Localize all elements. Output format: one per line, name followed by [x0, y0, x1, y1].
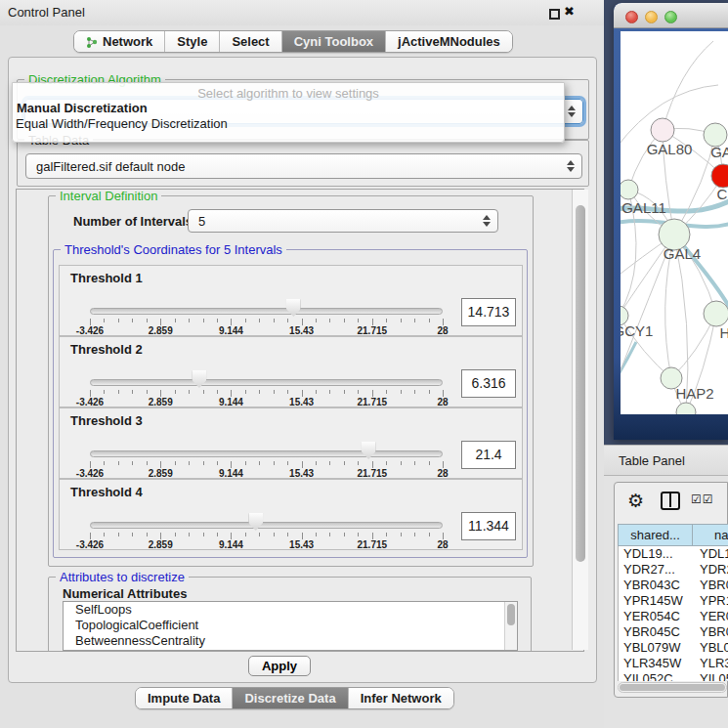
tab-label: Infer Network [361, 691, 442, 706]
table-row[interactable]: YLR345WYLR345W [619, 656, 728, 671]
number-of-intervals-combobox[interactable]: 5 [188, 209, 498, 233]
tab-discretize-data[interactable]: Discretize Data [233, 688, 348, 708]
threshold-coordinates-group: Threshold's Coordinates for 5 Intervals … [53, 249, 528, 558]
gear-icon[interactable]: ⚙ [627, 490, 644, 512]
combo-stepper-icon [568, 106, 576, 117]
slider-tick-labels: -3.426 2.859 9.144 15.43 21.715 28 [90, 325, 443, 336]
zoom-traffic-light-icon[interactable] [664, 11, 677, 23]
network-window-titlebar[interactable] [614, 3, 728, 28]
combo-stepper-icon [567, 160, 575, 172]
node-label: GAL80 [647, 141, 693, 157]
threshold-4-panel: Threshold 4 -3.426 2.859 9.144 15.43 [59, 479, 523, 550]
tab-label: Network [103, 34, 152, 49]
dropdown-option-manual-discretization[interactable]: Manual Discretization [17, 101, 148, 115]
network-view-window: GAL80GACGAL11GAL4GCY1HHAP2 [614, 3, 728, 440]
slider-tick-labels: -3.426 2.859 9.144 15.43 21.715 28 [90, 539, 443, 550]
scrollbar-thumb[interactable] [620, 684, 725, 691]
control-panel: Control Panel ✖ Network Style Select Cyn… [0, 0, 604, 728]
table-toolbar: ⚙ ☑☑ [615, 483, 728, 520]
tab-label: Impute Data [148, 691, 220, 706]
scrollbar-thumb[interactable] [576, 205, 585, 562]
node-table: shared... na YDL19...YDL19... YDR27...YD… [618, 524, 728, 681]
table-row[interactable]: YBR045CYBR045C [619, 624, 728, 640]
threshold-4-slider[interactable]: -3.426 2.859 9.144 15.43 21.715 28 [90, 480, 443, 551]
tab-label: Style [177, 34, 207, 49]
tab-cyni-toolbox[interactable]: Cyni Toolbox [282, 31, 386, 52]
threshold-3-value-field[interactable]: 21.4 [461, 441, 516, 469]
numerical-attributes-list[interactable]: SelfLoops TopologicalCoefficient Between… [63, 601, 518, 651]
slider-tick-labels: -3.426 2.859 9.144 15.43 21.715 28 [90, 397, 443, 407]
table-row[interactable]: YER054CYER054C [619, 609, 728, 624]
column-header-shared-name[interactable]: shared... [618, 524, 692, 546]
list-scrollbar[interactable] [504, 602, 517, 650]
close-traffic-light-icon[interactable] [625, 11, 638, 23]
network-node-gal80[interactable] [651, 118, 674, 142]
combo-stepper-icon [483, 215, 491, 227]
table-row[interactable]: YPR145WYPR145W [619, 593, 728, 609]
columns-icon[interactable] [661, 492, 680, 510]
node-label: H [720, 324, 728, 341]
main-scrollbar[interactable] [572, 190, 588, 650]
network-node[interactable] [676, 403, 696, 414]
node-label: GAL11 [621, 199, 666, 216]
tab-label: jActiveMNodules [398, 34, 500, 49]
dropdown-prompt[interactable]: Select algorithm to view settings [13, 86, 564, 101]
threshold-1-panel: Threshold 1 -3.426 2.859 9.144 15.43 [59, 265, 523, 336]
threshold-2-slider[interactable]: -3.426 2.859 9.144 15.43 21.715 28 [90, 337, 443, 408]
table-panel-body: ⚙ ☑☑ shared... na YDL19...YDL19... YDR27… [614, 482, 728, 698]
top-tab-bar: Network Style Select Cyni Toolbox jActiv… [73, 30, 513, 53]
node-label: GA [710, 144, 728, 160]
column-header-name[interactable]: na [692, 524, 728, 546]
tab-jactivemnodules[interactable]: jActiveMNodules [386, 31, 512, 52]
threshold-1-slider[interactable]: -3.426 2.859 9.144 15.43 21.715 28 [90, 266, 443, 337]
table-row[interactable]: YBR043CYBR043C [619, 578, 728, 593]
numerical-attributes-label: Numerical Attributes [63, 586, 187, 601]
slider-track[interactable] [90, 379, 443, 386]
node-label: GAL4 [664, 245, 701, 262]
table-row[interactable]: YDR27...YDR27... [619, 562, 728, 578]
tab-network[interactable]: Network [74, 31, 165, 52]
dropdown-option-equal-width-frequency[interactable]: Equal Width/Frequency Discretization [16, 116, 228, 131]
network-canvas[interactable]: GAL80GACGAL11GAL4GCY1HHAP2 [621, 31, 728, 414]
float-window-icon[interactable] [549, 9, 560, 20]
table-row[interactable]: YDL19...YDL19... [619, 546, 728, 562]
close-icon[interactable]: ✖ [564, 4, 575, 19]
slider-track[interactable] [90, 308, 443, 315]
node-label: GCY1 [621, 322, 653, 339]
group-title: Threshold's Coordinates for 5 Intervals [61, 242, 286, 257]
table-data-group: Table Data galFiltered.sif default node [17, 140, 589, 187]
settings-scrollpane: Interval Definition Number of Intervals … [16, 189, 584, 652]
tab-impute-data[interactable]: Impute Data [136, 688, 233, 708]
apply-button[interactable]: Apply [248, 656, 311, 676]
slider-track[interactable] [90, 450, 443, 457]
threshold-2-value-field[interactable]: 6.316 [461, 369, 516, 398]
threshold-3-slider[interactable]: -3.426 2.859 9.144 15.43 21.715 28 [90, 408, 443, 480]
checkbox-filter-icons[interactable]: ☑☑ [691, 492, 714, 506]
bottom-tab-bar: Impute Data Discretize Data Infer Networ… [135, 687, 454, 709]
tab-select[interactable]: Select [220, 31, 281, 52]
table-horizontal-scrollbar[interactable] [618, 682, 727, 693]
list-item[interactable]: BetweennessCentrality [64, 633, 517, 649]
slider-track[interactable] [90, 522, 443, 529]
tab-label: Cyni Toolbox [294, 34, 373, 49]
tab-infer-network[interactable]: Infer Network [349, 688, 453, 708]
network-node-gal11[interactable] [621, 180, 638, 199]
minimize-traffic-light-icon[interactable] [645, 11, 658, 23]
network-node-h[interactable] [704, 301, 728, 326]
list-item[interactable]: TopologicalCoefficient [64, 618, 517, 633]
table-panel-header: Table Panel [604, 445, 728, 476]
group-title: Attributes to discretize [56, 570, 189, 584]
table-header-row: shared... na [618, 524, 728, 546]
threshold-4-value-field[interactable]: 11.344 [461, 512, 516, 540]
node-label: HAP2 [675, 385, 713, 402]
table-row[interactable]: YBL079WYBL079W [619, 640, 728, 656]
panel-title: Control Panel [8, 5, 85, 20]
number-of-intervals-label: Number of Intervals [73, 214, 193, 229]
table-data-combobox[interactable]: galFiltered.sif default node [25, 153, 582, 179]
combo-value: galFiltered.sif default node [36, 159, 185, 174]
threshold-1-value-field[interactable]: 14.713 [461, 298, 516, 326]
tab-style[interactable]: Style [165, 31, 220, 52]
table-rows: YDL19...YDL19... YDR27...YDR27... YBR043… [618, 546, 728, 681]
list-item[interactable]: SelfLoops [64, 602, 517, 618]
table-row[interactable]: YIL052CYIL052C [619, 671, 728, 681]
